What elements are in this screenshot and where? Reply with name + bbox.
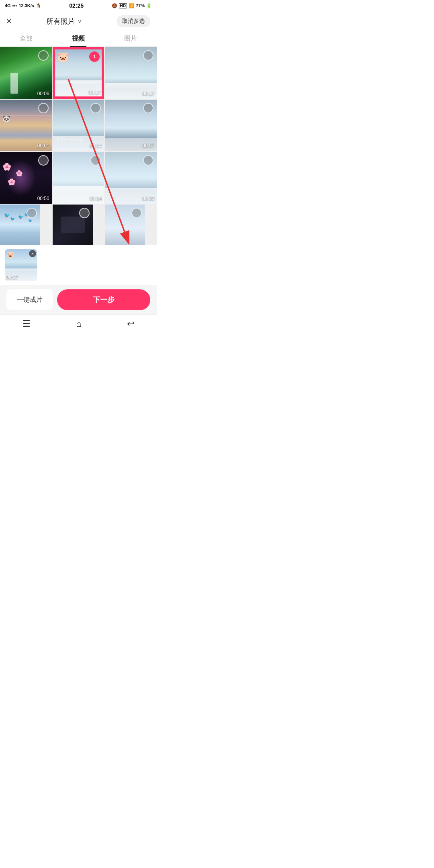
chevron-down-icon: ∨ (78, 18, 82, 25)
home-icon[interactable]: ⌂ (76, 319, 81, 329)
next-step-button[interactable]: 下一步 (57, 289, 150, 310)
select-circle[interactable] (143, 103, 154, 113)
duration-label: 00:50 (37, 196, 49, 201)
preview-pig-icon: 🐷 (6, 251, 14, 258)
duration-label: 00:17 (88, 90, 100, 95)
auto-create-button[interactable]: 一键成片 (6, 289, 53, 310)
cancel-multi-button[interactable]: 取消多选 (117, 15, 150, 27)
grid-container: 00:06 🐷 1 00:17 00:17 🐼 00:01 (0, 47, 157, 245)
speed: 12.3K/s (18, 3, 34, 8)
watermark-text: 平和惊鸿—等你又是... (54, 137, 86, 141)
bottom-bar: 一键成片 下一步 (0, 285, 157, 314)
preview-remove-button[interactable]: × (29, 250, 36, 257)
album-title: 所有照片 (46, 16, 75, 26)
select-circle[interactable] (143, 50, 154, 61)
header-title[interactable]: 所有照片 ∨ (46, 16, 82, 26)
list-item[interactable]: 00:06 (0, 47, 52, 99)
select-circle[interactable] (38, 103, 49, 113)
select-circle[interactable] (79, 208, 90, 218)
list-item[interactable] (105, 205, 145, 245)
status-bar: 4G ▪▪▪ 12.3K/s 🐧 02:25 🔕 HD 📶 77% 🔋 (0, 0, 157, 11)
select-circle[interactable] (38, 155, 49, 166)
duration-label: 00:01 (37, 143, 49, 149)
preview-duration: 00:17 (6, 275, 18, 280)
close-button[interactable]: × (6, 16, 12, 27)
back-icon[interactable]: ↩ (127, 319, 134, 329)
list-item[interactable]: 00:17 (105, 47, 157, 99)
status-right: 🔕 HD 📶 77% 🔋 (112, 3, 152, 8)
list-item[interactable]: 🐦 🐦 🐦 🐦 🐦 (0, 205, 40, 245)
media-grid: 00:06 🐷 1 00:17 00:17 🐼 00:01 (0, 47, 157, 245)
battery-icon: 🔋 (146, 3, 152, 8)
tab-all[interactable]: 全部 (0, 35, 52, 46)
status-left: 4G ▪▪▪ 12.3K/s 🐧 (5, 3, 41, 8)
tabs: 全部 视频 图片 (0, 31, 157, 47)
list-item[interactable]: 00:14 (53, 152, 104, 204)
menu-icon[interactable]: ☰ (23, 319, 31, 329)
tab-video[interactable]: 视频 (52, 35, 104, 46)
header: × 所有照片 ∨ 取消多选 (0, 11, 157, 31)
preview-strip: 🐷 00:17 × (0, 245, 157, 285)
battery-percent: 77% (136, 3, 145, 8)
duration-label: 00:14 (90, 143, 102, 149)
list-item[interactable]: 00:30 (105, 152, 157, 204)
list-item[interactable] (53, 205, 93, 245)
wifi-icon: 📶 (129, 3, 134, 8)
select-circle[interactable] (27, 208, 37, 218)
duration-label: 00:07 (142, 143, 154, 149)
hd-badge: HD (119, 3, 127, 8)
preview-thumb-1[interactable]: 🐷 00:17 × (5, 249, 37, 281)
wechat-icon: 🐧 (36, 3, 41, 8)
signal-bars: ▪▪▪ (12, 3, 17, 8)
duration-label: 00:06 (37, 91, 49, 96)
list-item[interactable]: 🐼 00:01 (0, 100, 52, 151)
nav-bar: ☰ ⌂ ↩ (0, 314, 157, 335)
select-circle[interactable] (90, 103, 101, 113)
select-circle[interactable] (38, 50, 49, 61)
list-item[interactable]: 🐷 1 00:17 (53, 47, 104, 99)
duration-label: 00:30 (142, 196, 154, 201)
list-item[interactable]: 00:07 (105, 100, 157, 151)
time: 02:25 (69, 2, 84, 9)
duration-label: 00:17 (142, 91, 154, 96)
list-item[interactable]: 🌸 🌸 🌸 00:50 (0, 152, 52, 204)
pig-emoji: 🐷 (57, 51, 69, 63)
mute-icon: 🔕 (112, 3, 117, 8)
list-item[interactable]: 平和惊鸿—等你又是... 00:14 (53, 100, 104, 151)
duration-label: 00:14 (90, 196, 102, 201)
signal-icon: 4G (5, 3, 11, 8)
tab-photo[interactable]: 图片 (104, 35, 157, 46)
